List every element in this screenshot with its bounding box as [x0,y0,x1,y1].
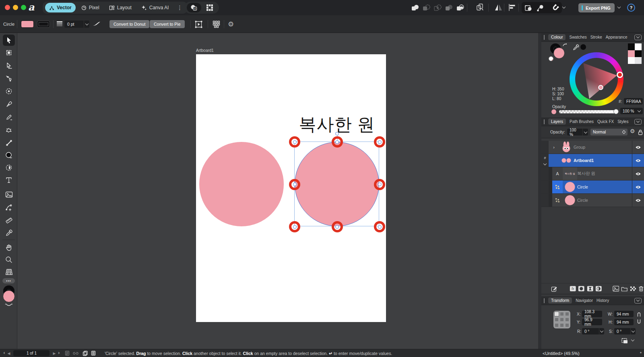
visibility-toggle[interactable] [632,167,644,180]
anchor-top-left[interactable] [555,312,559,316]
hex-input[interactable]: FF99AA [624,98,643,105]
duplicate-arrange-icon[interactable] [476,3,485,12]
stroke-style-icon[interactable] [56,21,63,27]
mesh-transform-tool[interactable] [3,202,15,213]
boolean-intersect-icon[interactable] [434,4,442,11]
boolean-add-icon[interactable] [411,4,419,11]
selection-handle-mid-right[interactable] [374,178,386,191]
selection-handle-top-left[interactable] [289,136,301,148]
export-options-chevron[interactable] [617,5,621,8]
opacity-slider[interactable] [559,110,616,113]
view-hand-tool[interactable] [3,242,15,253]
tab-history[interactable]: History [597,298,609,303]
layers-opacity-chevron[interactable] [582,129,588,135]
minimize-window-button[interactable] [13,5,18,10]
more-tools-button[interactable]: ••• [2,278,15,283]
zoom-tool[interactable] [3,254,15,265]
help-button[interactable]: ? [627,4,635,12]
live-filter-icon[interactable] [595,285,602,292]
transform-panel-menu[interactable] [634,298,642,304]
last-page-button[interactable]: ⏵ [58,351,60,355]
persona-more-menu[interactable]: ⋮ [174,4,185,11]
visibility-toggle[interactable] [632,154,644,167]
anchor-top-right[interactable] [566,312,569,316]
picked-colour-dot[interactable] [580,44,586,50]
layer-row-circle[interactable]: Circle [541,194,644,207]
link-pages-icon[interactable] [73,351,78,355]
tab-transform[interactable]: Transform [548,298,572,304]
layer-label[interactable]: Artboard1 [574,154,632,167]
blend-mode-dropdown[interactable]: Normal [590,129,627,135]
anchor-bottom-left[interactable] [555,324,558,327]
measure-tool[interactable] [3,215,15,226]
flip-icon[interactable] [494,3,503,12]
delete-trash-icon[interactable] [638,285,644,292]
new-layer-checker-icon[interactable] [630,286,636,292]
vector-brush-tool[interactable] [3,124,15,135]
zoom-window-button[interactable] [21,5,26,10]
canvas-viewport[interactable]: Artboard1 복사한 원 [17,33,538,349]
tab-colour[interactable]: Colour [548,34,566,40]
snapping-options-chevron[interactable] [562,5,566,8]
anchor-point-selector[interactable] [553,311,570,328]
tab-styles[interactable]: Styles [617,119,628,124]
tab-path-brushes[interactable]: Path Brushes [570,119,594,124]
link-dimensions-icon[interactable] [637,312,641,324]
opacity-value-dropdown[interactable]: 100 % [620,108,643,114]
anchor-top-center[interactable] [560,312,564,316]
rotation-handle[interactable] [335,132,339,135]
selection-brush-tool[interactable] [3,86,15,97]
node-tool[interactable] [3,60,15,71]
layers-panel-menu[interactable] [634,119,642,125]
colour-eyedropper-icon[interactable] [573,44,579,51]
tab-navigator[interactable]: Navigator [576,298,593,303]
tab-appearance[interactable]: Appearance [606,35,627,39]
swap-colours-icon[interactable] [5,303,13,307]
boolean-xor-icon[interactable] [445,4,453,11]
close-window-button[interactable] [5,5,10,10]
tab-swatches[interactable]: Swatches [569,35,586,39]
fill-gradient-tool[interactable] [3,137,15,148]
triangle-selector-knob[interactable] [598,85,603,90]
shear-chevron[interactable] [630,328,636,334]
align-icon[interactable] [508,4,516,11]
persona-canva-ai[interactable]: Canva AI [137,3,173,12]
hsl-colour-wheel[interactable] [570,52,623,106]
grid-tool[interactable] [3,266,15,277]
anchor-bottom-center[interactable] [560,324,564,327]
move-duplicate-icon[interactable] [524,4,533,12]
node-transform-icon[interactable] [537,4,545,12]
ellipse-tool[interactable] [3,150,15,161]
boolean-subtract-icon[interactable] [423,4,430,11]
selection-handle-bottom-left[interactable] [289,221,301,233]
expand-group-chevron[interactable]: › [549,141,559,154]
transform-origin-icon[interactable] [621,338,628,344]
dock-resize-handle[interactable] [538,33,541,349]
adjustment-icon[interactable] [587,285,594,292]
opacity-slider-knob[interactable] [613,109,619,114]
tab-quick-fx[interactable]: Quick FX [597,119,614,124]
previous-page-button[interactable]: ◀ [8,351,10,355]
colour-panel-menu[interactable] [634,35,642,40]
selection-cycle-icon[interactable] [195,21,203,28]
collapse-artboard-chevron[interactable] [543,162,547,165]
pressure-profile-icon[interactable] [93,21,101,27]
hue-selector-knob[interactable] [617,72,623,78]
lock-icon[interactable] [638,129,643,135]
visibility-toggle[interactable] [632,141,644,154]
panel-drag-grip[interactable] [544,119,545,124]
first-page-button[interactable]: ⏴ [3,351,5,355]
swap-fill-stroke-icon[interactable] [562,43,567,47]
stroke-colour-swatch[interactable] [37,21,50,28]
h-input[interactable]: 94 mm [614,319,634,325]
layer-row-artboard1[interactable]: # Artboard1 [541,154,644,167]
pencil-tool[interactable] [3,111,15,123]
tab-layers[interactable]: Layers [548,119,566,125]
new-pixel-layer-icon[interactable] [613,285,619,292]
y-input[interactable]: 96.9 mm [582,319,602,325]
persona-layout[interactable]: Layout [105,3,136,12]
layer-row-circle-selected[interactable]: Circle [541,181,644,194]
place-image-tool[interactable] [3,189,15,200]
artboard-tool[interactable] [3,47,15,58]
settings-gear-icon[interactable]: ⚙ [228,20,234,29]
